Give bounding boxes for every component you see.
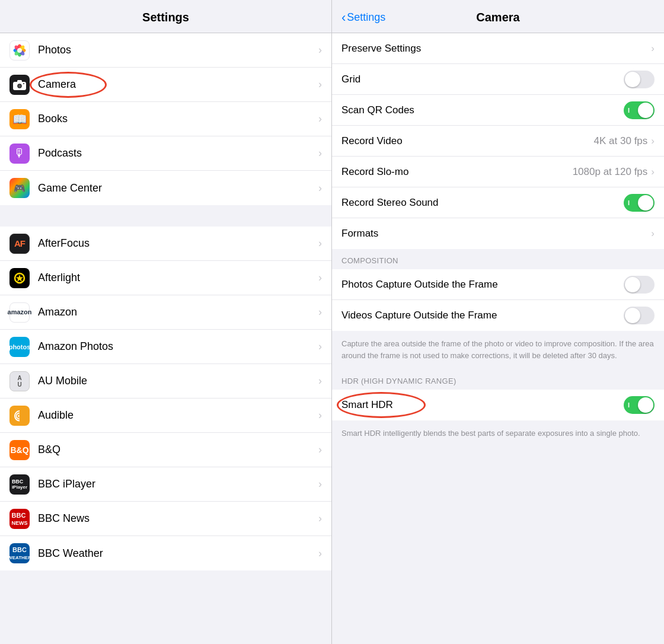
photos-icon [9,40,30,60]
grid-toggle[interactable] [624,71,655,88]
aumobile-icon: AU [9,371,30,391]
recordslomo-value: 1080p at 120 fps [573,166,648,178]
bbcnews-label: BBC News [38,512,314,525]
right-row-recordvideo[interactable]: Record Video 4K at 30 fps › [332,126,664,157]
amazon-icon: amazon [9,302,30,323]
scanqr-toggle[interactable]: I [624,101,655,119]
left-panel-title: Settings [0,0,331,33]
settings-row-afterlight[interactable]: Afterlight › [0,261,331,295]
right-row-videosframe[interactable]: Videos Capture Outside the Frame [332,300,664,331]
bq-icon: B&Q [9,440,30,460]
recordvideo-value: 4K at 30 fps [594,135,648,147]
camera-label: Camera [38,78,314,91]
hdr-desc-row: Smart HDR intelligently blends the best … [332,420,664,448]
svg-rect-12 [17,80,22,82]
recordstereo-toggle[interactable]: I [624,194,655,212]
photos-label: Photos [38,44,314,56]
composition-section-label: COMPOSITION [332,249,664,269]
gamecenter-chevron: › [318,182,322,195]
bbciplayer-icon: BBCiPlayer [9,474,30,495]
svg-marker-15 [16,275,23,282]
settings-row-bq[interactable]: B&Q B&Q › [0,433,331,467]
right-row-preserve[interactable]: Preserve Settings › [332,33,664,64]
formats-label: Formats [341,228,651,240]
right-row-recordstereo[interactable]: Record Stereo Sound I [332,187,664,218]
settings-row-audible[interactable]: Audible › [0,398,331,433]
afterlight-label: Afterlight [38,272,314,284]
settings-row-afterfocus[interactable]: AF AfterFocus › [0,227,331,261]
afterfocus-icon: AF [9,234,30,254]
audible-label: Audible [38,409,314,422]
podcasts-label: Podcasts [38,147,314,160]
smarthdr-toggle-label: I [628,401,630,409]
afterfocus-label: AfterFocus [38,237,314,250]
back-label: Settings [347,11,385,24]
settings-row-aumobile[interactable]: AU AU Mobile › [0,364,331,398]
recordslomo-chevron: › [651,166,655,178]
settings-row-books[interactable]: 📖 Books › [0,102,331,136]
videosframe-label: Videos Capture Outside the Frame [341,310,624,321]
scanqr-toggle-knob [638,103,653,118]
hdr-label-text: HDR (HIGH DYNAMIC RANGE) [341,377,456,385]
audible-chevron: › [318,409,322,422]
composition-desc-row: Capture the area outside the frame of th… [332,331,664,369]
preserve-label: Preserve Settings [341,43,651,55]
bq-chevron: › [318,444,322,456]
right-row-scanqr[interactable]: Scan QR Codes I [332,95,664,126]
hdr-section-label: HDR (HIGH DYNAMIC RANGE) [332,369,664,390]
settings-row-photos[interactable]: Photos › [0,33,331,68]
settings-row-camera[interactable]: Camera › [0,68,331,102]
settings-row-amazonphotos[interactable]: photos Amazon Photos › [0,330,331,364]
recordstereo-label: Record Stereo Sound [341,197,624,209]
bbcnews-icon: BBCNEWS [9,509,30,529]
gamecenter-icon: 🎮 [9,178,30,198]
scanqr-toggle-label: I [628,107,630,114]
settings-row-bbciplayer[interactable]: BBCiPlayer BBC iPlayer › [0,467,331,502]
recordslomo-label: Record Slo-mo [341,166,573,178]
podcasts-chevron: › [318,147,322,160]
right-row-formats[interactable]: Formats › [332,218,664,249]
right-row-grid[interactable]: Grid [332,64,664,95]
right-row-photosframe[interactable]: Photos Capture Outside the Frame [332,269,664,300]
settings-row-bbcweather[interactable]: BBCWEATHER BBC Weather › [0,536,331,570]
camera-icon [9,75,30,95]
bbciplayer-chevron: › [318,478,322,490]
amazon-chevron: › [318,306,322,318]
amazonphotos-chevron: › [318,340,322,353]
bottom-settings-group: AF AfterFocus › Afterlight › amazon Amaz… [0,227,331,570]
photosframe-toggle[interactable] [624,276,655,294]
right-row-recordslomo[interactable]: Record Slo-mo 1080p at 120 fps › [332,157,664,187]
bbcweather-label: BBC Weather [38,547,314,560]
composition-desc-text: Capture the area outside the frame of th… [341,339,654,360]
svg-point-8 [17,48,22,53]
settings-row-gamecenter[interactable]: 🎮 Game Center › [0,171,331,205]
settings-row-amazon[interactable]: amazon Amazon › [0,295,331,330]
videosframe-toggle-knob [625,308,640,323]
left-divider [0,205,331,227]
afterfocus-chevron: › [318,237,322,250]
smarthdr-toggle[interactable]: I [624,396,655,414]
recordstereo-toggle-label: I [628,199,630,206]
videosframe-toggle[interactable] [624,307,655,324]
grid-toggle-knob [625,72,640,87]
bbcweather-icon: BBCWEATHER [9,543,30,563]
right-row-smarthdr[interactable]: Smart HDR I [332,390,664,420]
audible-icon [9,406,30,426]
amazonphotos-label: Amazon Photos [38,340,314,353]
photos-chevron: › [318,44,322,56]
settings-row-podcasts[interactable]: 🎙 Podcasts › [0,136,331,171]
recordstereo-toggle-knob [638,195,653,211]
back-chevron-icon: ‹ [341,10,346,25]
svg-point-11 [18,84,21,87]
smarthdr-toggle-knob [638,397,653,413]
aumobile-chevron: › [318,375,322,387]
composition-group: Photos Capture Outside the Frame Videos … [332,269,664,331]
preserve-chevron: › [651,43,655,55]
settings-row-bbcnews[interactable]: BBCNEWS BBC News › [0,502,331,536]
books-icon: 📖 [9,109,30,129]
photosframe-label: Photos Capture Outside the Frame [341,279,624,291]
main-settings-group: Preserve Settings › Grid Scan QR Codes I [332,33,664,249]
back-button[interactable]: ‹ Settings [341,10,385,25]
camera-chevron: › [318,78,322,91]
composition-label-text: COMPOSITION [341,256,398,265]
